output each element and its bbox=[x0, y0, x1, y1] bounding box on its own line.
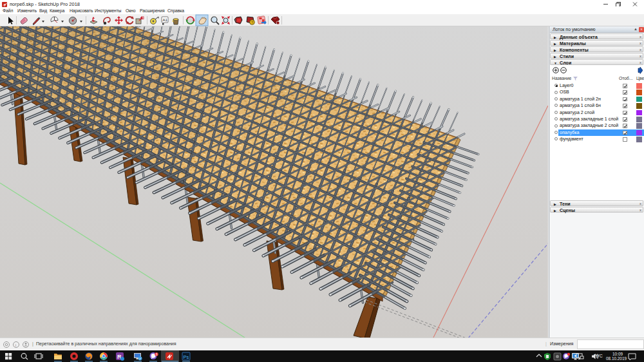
svg-text:РУС: РУС bbox=[594, 354, 603, 358]
svg-text:A1: A1 bbox=[163, 18, 168, 22]
svg-text:10:09: 10:09 bbox=[612, 352, 623, 356]
svg-text:Ps: Ps bbox=[184, 354, 189, 360]
svg-text:08.10.2019: 08.10.2019 bbox=[606, 356, 627, 361]
svg-text:i: i bbox=[15, 343, 17, 348]
